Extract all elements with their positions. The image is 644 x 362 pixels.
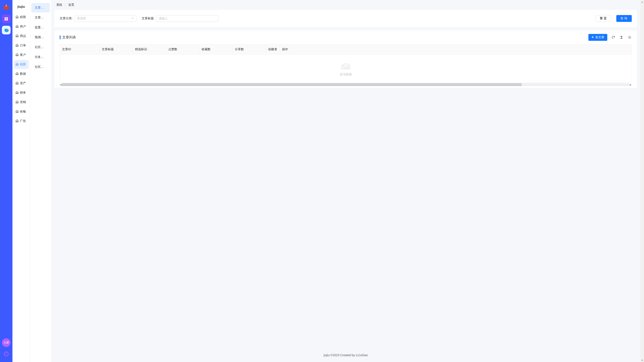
breadcrumb-root[interactable]: 系统 (56, 3, 62, 6)
home-icon (16, 100, 19, 104)
sidebar1-item-2[interactable]: 商品 (14, 32, 28, 40)
footer-text: jiujiu ©2023 Created by s11eDao (51, 348, 640, 362)
plus-icon (592, 36, 594, 39)
svg-rect-0 (5, 18, 6, 19)
sidebar1-item-1[interactable]: 商户 (14, 22, 28, 31)
app-rail: 大屏 (0, 0, 12, 362)
home-icon (16, 25, 19, 28)
home-icon (16, 119, 19, 123)
main-content: 系统 / 首页 文章分类: 请选择 文章标题: 重置 查询 (51, 0, 640, 362)
filter-card: 文章分类: 请选择 文章标题: 重置 查询 (54, 10, 637, 27)
scroll-down-icon[interactable]: ▼ (641, 358, 643, 362)
sidebar1-item-label: 收银 (20, 110, 26, 114)
sidebar1-item-10[interactable]: 收银 (14, 107, 28, 116)
sidebar1-item-label: 客户 (20, 53, 26, 57)
sidebar1-item-label: 订单 (20, 44, 26, 48)
sidebar1-item-7[interactable]: 资产 (14, 79, 28, 88)
sidebar1-item-label: 社区 (20, 62, 26, 66)
home-icon (16, 53, 19, 57)
svg-point-7 (7, 30, 8, 30)
chevron-down-icon (132, 17, 134, 20)
filter-title-label: 文章标题: (142, 16, 154, 20)
svg-point-16 (340, 68, 351, 70)
table-header-7: 操作 (280, 44, 632, 54)
table-header-6: 创建者 (266, 44, 280, 54)
article-table: 文章ID文章标题精选标识点赞数收藏数分享数创建者操作 暂无数据 (60, 44, 632, 83)
home-icon (16, 62, 19, 66)
sidebar-secondary: 文章列表文章分类提案列表预测列表社区委员...任务列表社区设置 (30, 0, 51, 362)
sidebar2-item-2[interactable]: 提案列表 (31, 23, 50, 32)
home-icon (16, 34, 19, 38)
svg-rect-1 (6, 18, 8, 19)
home-icon (16, 81, 19, 85)
scroll-left-icon[interactable]: ◀ (60, 84, 62, 86)
table-horizontal-scrollbar[interactable]: ◀ ▶ (60, 83, 632, 86)
table-empty: 暂无数据 (60, 54, 632, 82)
breadcrumb: 系统 / 首页 (51, 0, 640, 10)
rail-power-icon[interactable] (2, 350, 10, 358)
sidebar1-item-0[interactable]: 权限 (14, 13, 28, 22)
table-header-0: 文章ID (60, 44, 100, 54)
refresh-icon[interactable] (611, 35, 616, 40)
category-select[interactable]: 请选择 (74, 15, 136, 22)
app-title: jiujiu (12, 2, 30, 13)
sidebar2-item-1[interactable]: 文章分类 (31, 13, 50, 22)
table-header-5: 分享数 (233, 44, 266, 54)
settings-icon[interactable] (628, 35, 632, 40)
table-card: 文章列表 发文章 (54, 30, 637, 88)
column-height-icon[interactable] (619, 35, 624, 40)
reset-button[interactable]: 重置 (596, 15, 611, 22)
home-icon (16, 91, 19, 95)
filter-category-label: 文章分类: (60, 16, 72, 20)
scroll-right-icon[interactable]: ▶ (630, 84, 632, 86)
filter-category: 文章分类: 请选择 (60, 15, 136, 22)
table-header-1: 文章标题 (100, 44, 133, 54)
sidebar2-item-6[interactable]: 社区设置 (31, 62, 50, 72)
rail-apps-icon[interactable] (2, 14, 10, 23)
svg-point-15 (629, 37, 630, 38)
sidebar1-item-9[interactable]: 营销 (14, 98, 28, 107)
breadcrumb-page[interactable]: 首页 (68, 3, 74, 6)
sidebar1-item-label: 权限 (20, 15, 26, 19)
scroll-up-icon[interactable]: ▲ (641, 0, 643, 4)
table-header-2: 精选标识 (133, 44, 166, 54)
section-title: 文章列表 (60, 35, 76, 40)
rail-dashboard-button[interactable]: 大屏 (2, 338, 10, 347)
publish-button-label: 发文章 (595, 36, 604, 39)
sidebar1-item-8[interactable]: 财务 (14, 88, 28, 97)
sidebar1-item-6[interactable]: 数据 (14, 69, 28, 78)
sidebar2-item-3[interactable]: 预测列表 (31, 33, 50, 42)
filter-title: 文章标题: (142, 15, 218, 22)
home-icon (16, 15, 19, 19)
app-logo-icon (2, 3, 10, 11)
publish-button[interactable]: 发文章 (588, 34, 607, 41)
sidebar-primary: jiujiu 权限商户商品订单客户社区数据资产财务营销收银广告 (12, 0, 30, 362)
sidebar1-item-11[interactable]: 广告 (14, 116, 28, 126)
sidebar2-item-4[interactable]: 社区委员... (31, 42, 50, 52)
title-input[interactable] (156, 15, 218, 22)
sidebar1-item-label: 资产 (20, 81, 26, 85)
page-vertical-scrollbar[interactable]: ▲ ▼ (640, 0, 644, 362)
svg-rect-3 (6, 19, 8, 20)
sidebar2-item-0[interactable]: 文章列表 (31, 3, 50, 12)
svg-rect-11 (592, 37, 594, 37)
sidebar1-item-label: 商品 (20, 34, 26, 38)
sidebar1-item-label: 商户 (20, 25, 26, 28)
sidebar1-item-5[interactable]: 社区 (14, 60, 28, 69)
sidebar1-item-label: 数据 (20, 72, 26, 76)
sidebar1-item-label: 营销 (20, 100, 26, 104)
sidebar1-item-4[interactable]: 客户 (14, 50, 28, 60)
empty-text: 暂无数据 (60, 72, 632, 76)
rail-bird-icon[interactable] (2, 26, 10, 34)
svg-rect-2 (5, 19, 6, 20)
sidebar1-item-3[interactable]: 订单 (14, 41, 28, 50)
search-button[interactable]: 查询 (616, 15, 632, 22)
sidebar1-item-label: 广告 (20, 119, 26, 123)
home-icon (16, 44, 19, 48)
home-icon (16, 110, 19, 114)
category-select-placeholder: 请选择 (77, 16, 86, 20)
home-icon (16, 72, 19, 76)
empty-box-icon (340, 62, 352, 70)
table-header-4: 收藏数 (200, 44, 233, 54)
sidebar2-item-5[interactable]: 任务列表 (31, 52, 50, 62)
